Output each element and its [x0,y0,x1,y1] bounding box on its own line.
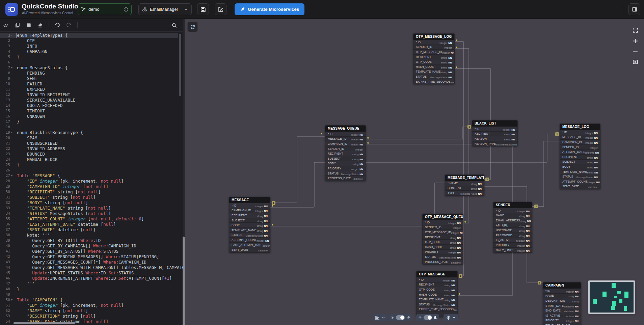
edit-button[interactable] [215,3,226,15]
fullscreen-button[interactable] [631,57,640,66]
code-line-33[interactable]: 33 "TEMPLATE_NAME" string [not null] [0,206,178,211]
table-field-row[interactable]: PROCESS_DATEdatetime [325,176,366,181]
theme-toggle[interactable] [416,314,439,321]
table-field-row[interactable]: STATUSMessageStatusNN [413,74,454,79]
code-area[interactable]: 1▾enum TemplateTypes {2 OTP3 INFO4 CAMPA… [0,32,183,325]
fold-caret-icon[interactable]: ▾ [11,65,12,71]
code-line-43[interactable]: 43 Query:GET_MESSAGES_COUNT[*] Where:CAM… [0,260,178,265]
minimap[interactable] [588,280,635,314]
code-line-41[interactable]: 41 Query:GET_BY_STATUS[] Where:STATUS [0,249,178,254]
code-line-19[interactable]: 19▾enum BlacklistReasonType { [0,130,178,135]
code-line-34[interactable]: 34 "STATUS" MessageStatus [not null] [0,211,178,216]
panel-toggle-button[interactable] [628,3,640,15]
format-check-button[interactable] [3,22,9,28]
project-name-input[interactable]: demo [78,3,132,15]
code-line-1[interactable]: 1▾enum TemplateTypes { [0,33,178,38]
code-line-3[interactable]: 3 INFO [0,44,178,49]
code-line-6[interactable]: 6 [0,60,178,65]
code-line-27[interactable]: 27▾Table "MESSAGE" { [0,173,178,179]
code-line-38[interactable]: 38 Note: ''' [0,233,178,238]
code-line-26[interactable]: 26 [0,168,178,173]
code-line-45[interactable]: 45 Update:UPDATE_STATUS Where:ID Set:STA… [0,270,178,276]
generate-microservices-button[interactable]: Generate Microservices [235,3,304,15]
code-line-50[interactable]: 50▾Table "CAMPAIGN" { [0,297,178,303]
diagram-table-message[interactable]: MESSAGE* IDintegerNNCAMPAIGN_IDintegerNN… [229,197,270,253]
expand-view-button[interactable] [631,26,640,34]
diagram-table-otp_message_log[interactable]: OTP_MESSAGE_LOG* IDintegerNNSENDER_IDint… [413,33,455,84]
panel-divider-handle[interactable] [183,237,185,325]
code-line-51[interactable]: 51 "ID" integer [pk, increment, not null… [0,303,178,308]
code-line-44[interactable]: 44 Query:GET_MESSAGES_WITH_CAMPAIGN[] Ta… [0,265,178,270]
redo-button[interactable] [66,22,72,28]
code-line-30[interactable]: 30 "RECIPIENT" string [not null] [0,189,178,195]
relationship-line[interactable] [366,144,513,202]
code-line-31[interactable]: 31 "SUBJECT" string [not null] [0,195,178,200]
info-icon[interactable] [124,7,128,12]
table-field-row[interactable]: PROCESS_DATEdatetime [423,260,463,265]
code-line-49[interactable]: 49 [0,292,178,297]
code-line-10[interactable]: 10 FAILED [0,81,178,87]
manager-select[interactable]: EmailManager [138,3,192,15]
paste-button[interactable] [26,22,32,28]
diagram-table-otp_message_queue[interactable]: OTP_MESSAGE_QUEUE* IDintegerNNSENDER_IDi… [422,214,463,265]
freeze-dropdown[interactable] [444,314,458,321]
code-line-7[interactable]: 7▾enum MessageStatus { [0,65,178,71]
fold-caret-icon[interactable]: ▾ [11,173,12,179]
code-line-8[interactable]: 8 PENDING [0,71,178,76]
code-line-15[interactable]: 15 TIMEOUT [0,108,178,114]
code-line-17[interactable]: 17} [0,119,178,125]
code-line-40[interactable]: 40 Query:GET_BY_CAMPAIGN[] Where:CAMPAIG… [0,243,178,249]
code-line-11[interactable]: 11 EXPIRED [0,87,178,92]
zoom-in-button[interactable] [631,36,640,45]
copy-button[interactable] [14,22,20,28]
code-line-46[interactable]: 46 Update:INCREMENT_ATTEMPT Where:ID Set… [0,276,178,281]
code-line-2[interactable]: 2 OTP [0,38,178,44]
code-line-53[interactable]: 53 "DESCRIPTION" string [null] [0,314,178,319]
diagram-canvas[interactable]: OTP_MESSAGE_LOG* IDintegerNNSENDER_IDint… [185,19,644,325]
code-line-48[interactable]: 48} [0,287,178,292]
table-field-row[interactable]: SENT_DATEdatetime [229,247,270,252]
code-line-5[interactable]: 5} [0,54,178,60]
relationship-line[interactable] [458,252,513,295]
code-line-36[interactable]: 36 "LAST_ATTEMPT_DATE" datetime [null] [0,222,178,227]
code-line-16[interactable]: 16 UNKNOWN [0,114,178,119]
code-line-14[interactable]: 14 QUOTA_EXCEEDED [0,103,178,108]
cursor-link-switch[interactable] [396,315,405,320]
code-line-13[interactable]: 13 SERVICE_UNAVAILABLE [0,98,178,103]
code-line-25[interactable]: 25} [0,162,178,168]
diagram-table-otp_message[interactable]: OTP_MESSAGE* IDintegerNNRECIPIENTstringN… [416,271,458,317]
theme-switch[interactable] [424,315,432,320]
code-line-12[interactable]: 12 INVALID_RECIPIENT [0,92,178,98]
code-line-21[interactable]: 21 UNSUBSCRIBED [0,141,178,146]
editor-horizontal-scrollbar[interactable] [14,322,75,324]
refresh-diagram-button[interactable] [187,22,198,32]
zoom-out-button[interactable] [631,47,640,56]
table-field-row[interactable]: TYPETemplateTypesNN [445,191,484,196]
diagram-table-black_list[interactable]: BLACK_LIST* IDintegerNNRECIPIENTstringNN… [472,120,518,146]
code-line-22[interactable]: 22 INVALID_ADDRESS [0,146,178,152]
panel-divider[interactable] [183,19,185,325]
table-field-row[interactable]: DAILY_LIMITintegerNN [493,248,532,253]
code-line-20[interactable]: 20 SPAM [0,135,178,141]
code-line-47[interactable]: 47 ''' [0,281,178,287]
relationship-line[interactable] [366,127,472,139]
relationship-line[interactable] [270,137,325,203]
code-line-28[interactable]: 28 "ID" integer [pk, increment, not null… [0,179,178,184]
table-field-row[interactable]: TEMPLATE_NAMEstringNN [543,323,581,325]
table-field-row[interactable]: SENT_DATEdatetime [560,184,600,189]
relationship-line[interactable] [532,141,560,207]
search-button[interactable] [171,22,177,28]
code-line-9[interactable]: 9 SENT [0,76,178,81]
code-line-39[interactable]: 39 Query:GET_BY_ID[1] Where:ID [0,238,178,243]
cursor-link-toggle[interactable] [389,314,412,321]
table-field-row[interactable]: EXPIRE_TIME_SECONDSintegerNN [417,307,457,312]
relationship-line[interactable] [455,49,469,223]
code-line-18[interactable]: 18 [0,125,178,130]
code-line-37[interactable]: 37 "SENT_DATE" datetime [null] [0,227,178,233]
fold-caret-icon[interactable]: ▾ [11,33,12,38]
diagram-table-campaign[interactable]: CAMPAIGN* IDintegerNNNAMEstringNNDESCRIP… [543,282,581,325]
save-button[interactable] [197,3,209,15]
table-field-row[interactable]: EXPIRE_TIME_SECONDSintegerNN [413,79,454,84]
table-field-row[interactable]: REASON_TYPEBlacklistReasonTypeNN [472,141,517,146]
code-line-4[interactable]: 4 CAMPAIGN [0,49,178,54]
